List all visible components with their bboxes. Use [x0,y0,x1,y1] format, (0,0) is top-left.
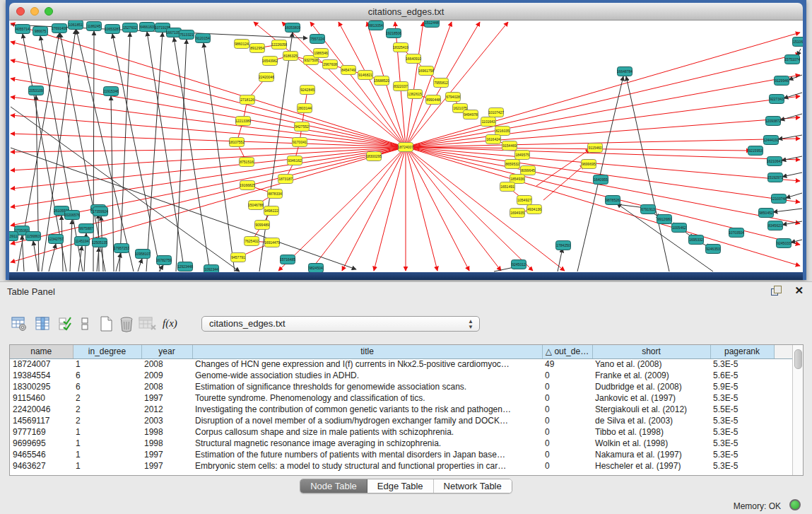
column-selector-icon[interactable] [35,316,51,332]
selected-node[interactable]: 1651491 [500,182,515,192]
node[interactable]: 986675 [33,27,48,36]
table-header-row[interactable]: namein_degreeyeartitle△ out_de…shortpage… [10,345,794,358]
selected-edge[interactable] [406,33,800,147]
table-cell[interactable]: 2009 [141,370,192,381]
table-cell[interactable]: 1 [73,426,141,438]
table-cell[interactable]: de Silva et al. (2003) [592,415,710,426]
table-cell[interactable]: 5.3E-5 [710,438,774,449]
node[interactable]: 12342757 [48,235,64,244]
table-cell[interactable]: 1998 [141,438,192,449]
tab-node-table[interactable]: Node Table [300,479,367,493]
selected-edge[interactable] [11,147,406,189]
node[interactable]: 9878526 [606,196,620,205]
selected-node[interactable]: 9346162 [288,156,302,165]
function-icon[interactable]: f(x) [163,317,184,333]
float-window-icon[interactable] [771,286,782,296]
node[interactable]: 6466163 [140,23,155,32]
table-cell[interactable]: 1997 [141,460,192,472]
table-cell[interactable]: 2008 [141,381,192,392]
selected-node[interactable]: 9170041 [293,138,307,147]
table-cell[interactable]: 9115460 [10,392,73,404]
selected-node[interactable]: 16640910 [406,54,421,64]
table-cell[interactable]: 6 [73,381,141,392]
selected-edge[interactable] [406,147,800,223]
edge[interactable] [577,76,623,271]
selected-node[interactable]: 8322037 [394,82,408,91]
node[interactable]: 19218506 [386,29,401,38]
node[interactable]: 17957253 [114,244,129,253]
selected-edge[interactable] [11,97,406,147]
edge[interactable] [773,209,802,212]
node[interactable]: 16053809 [285,23,300,33]
edge[interactable] [626,76,669,271]
table-cell[interactable]: Embryonic stem cells: a model to study s… [192,460,542,472]
node[interactable]: 1156863 [26,232,41,241]
node[interactable]: 1510634 [793,37,804,47]
node[interactable]: 12444191 [763,136,779,145]
selected-node[interactable]: 8099645 [521,166,536,175]
table-cell[interactable]: Changes of HCN gene expression and I(f) … [192,358,542,370]
selected-node[interactable]: 1362615 [408,90,423,99]
selected-edge[interactable] [11,78,406,147]
table-cell[interactable]: 5.3E-5 [710,449,774,460]
column-header-title[interactable]: title [192,345,542,358]
table-cell[interactable]: Nakamura et al. (1997) [592,449,710,460]
table-cell[interactable]: Jankovic et al. (1997) [592,392,710,404]
selected-node[interactable]: 8751516 [240,158,254,167]
selected-node[interactable]: 1986546 [314,49,329,58]
table-cell[interactable]: Wolkin et al. (1998) [592,438,710,449]
selected-node[interactable]: 8990448 [426,95,441,105]
table-cell[interactable]: Structural magnetic resonance image aver… [192,438,542,449]
node[interactable]: 9912680 [657,215,672,224]
node[interactable]: 12923448 [177,262,193,271]
zoom-window-icon[interactable] [45,7,53,16]
selected-edge[interactable] [406,54,800,147]
table-cell[interactable]: Hescheler et al. (1997) [592,460,710,472]
close-window-icon[interactable] [16,7,25,16]
selected-node[interactable]: 9457791 [231,253,246,262]
select-rows-icon[interactable] [58,316,73,332]
table-cell[interactable]: 18724007 [10,358,73,370]
minimize-window-icon[interactable] [30,7,39,16]
table-cell[interactable]: 9463627 [10,460,73,472]
selected-node[interactable]: 7955812 [434,78,449,88]
edge[interactable] [784,93,802,98]
table-cell[interactable]: 0 [542,404,592,415]
table-cell[interactable]: 9465546 [10,449,73,460]
selected-node[interactable]: 15688520 [374,76,389,86]
table-cell[interactable]: 14569117 [10,415,73,426]
selected-node[interactable]: 2718126 [240,95,255,105]
network-canvas[interactable]: 1872400718300295986012489129541222605816… [9,21,803,272]
selected-node[interactable]: 18724007 [398,143,413,152]
node[interactable]: 3913911 [9,232,18,241]
node[interactable]: 6791913 [641,205,656,214]
selected-edge[interactable] [374,147,406,271]
selected-node[interactable]: 8878334 [268,189,283,199]
selected-node[interactable]: 9427552 [295,122,310,132]
edge[interactable] [786,193,802,198]
node[interactable]: 4055714 [16,25,30,34]
tab-edge-table[interactable]: Edge Table [367,479,434,493]
node[interactable]: 7557224 [310,35,325,44]
table-row[interactable]: 946362711997Embryonic stem cells: a mode… [10,460,794,472]
close-icon[interactable]: ✕ [794,284,804,297]
node[interactable]: 9227343 [770,95,784,104]
table-cell[interactable]: 2012 [141,404,192,415]
window-titlebar[interactable]: citations_edges.txt [9,3,803,21]
table-row[interactable]: 1456911722003Disruption of a novel membe… [10,415,794,426]
edge[interactable] [782,173,802,177]
selected-edge[interactable] [406,147,437,271]
node[interactable]: 1145194 [75,237,90,246]
table-cell[interactable]: 0 [542,381,592,392]
table-cell[interactable]: 0 [542,426,592,438]
node[interactable]: 9246353 [706,245,721,254]
node[interactable]: 8345621 [768,221,783,230]
node[interactable]: 9824504 [309,264,324,273]
table-cell[interactable]: Yano et al. (2008) [592,358,710,370]
selected-node[interactable]: 18107552 [229,138,245,147]
selected-node[interactable]: 12213389 [235,117,251,126]
node[interactable]: 16648784 [617,67,632,76]
node[interactable]: 9245033 [777,239,792,248]
table-cell[interactable]: 2 [73,415,141,426]
selected-edge[interactable] [11,134,406,147]
